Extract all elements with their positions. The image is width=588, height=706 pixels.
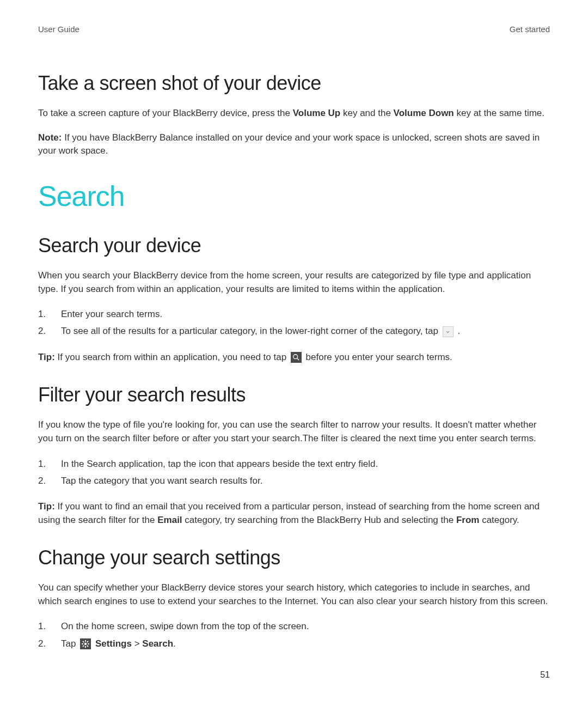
page-number: 51 <box>540 670 550 680</box>
filter-tip: Tip: If you want to find an email that y… <box>38 500 550 527</box>
section-change-settings: Change your search settings You can spec… <box>38 546 550 651</box>
section-search-device: Search your device When you search your … <box>38 234 550 364</box>
page-header: User Guide Get started <box>38 25 550 34</box>
search-device-step-1: Enter your search terms. <box>38 307 550 321</box>
svg-line-9 <box>83 646 84 647</box>
major-heading-search: Search <box>38 180 550 212</box>
svg-point-0 <box>293 355 298 359</box>
search-device-step-2: To see all of the results for a particul… <box>38 324 550 338</box>
screenshot-note: Note: If you have BlackBerry Balance ins… <box>38 131 550 158</box>
search-device-steps: Enter your search terms. To see all of t… <box>38 307 550 338</box>
svg-line-8 <box>87 646 88 647</box>
svg-line-10 <box>87 641 88 642</box>
header-left-label: User Guide <box>38 25 79 34</box>
header-right-label: Get started <box>510 25 550 34</box>
gear-icon <box>80 638 91 649</box>
change-settings-heading: Change your search settings <box>38 546 550 569</box>
filter-steps: In the Search application, tap the icon … <box>38 457 550 488</box>
expand-icon <box>443 326 454 337</box>
change-settings-step-1: On the home screen, swipe down from the … <box>38 619 550 634</box>
svg-line-7 <box>83 641 84 642</box>
search-device-tip: Tip: If you search from within an applic… <box>38 351 550 364</box>
filter-intro: If you know the type of file you're look… <box>38 418 550 445</box>
document-page: User Guide Get started Take a screen sho… <box>0 0 588 698</box>
screenshot-paragraph-1: To take a screen capture of your BlackBe… <box>38 107 550 120</box>
search-device-heading: Search your device <box>38 234 550 257</box>
filter-heading: Filter your search results <box>38 384 550 406</box>
svg-line-1 <box>297 358 299 361</box>
filter-step-2: Tap the category that you want search re… <box>38 473 550 488</box>
section-screenshot: Take a screen shot of your device To tak… <box>38 72 550 158</box>
filter-step-1: In the Search application, tap the icon … <box>38 457 550 471</box>
svg-point-2 <box>84 643 87 645</box>
section-filter: Filter your search results If you know t… <box>38 384 550 527</box>
change-settings-intro: You can specify whether your BlackBerry … <box>38 581 550 608</box>
screenshot-heading: Take a screen shot of your device <box>38 72 550 95</box>
change-settings-step-2: Tap Settings > Search. <box>38 636 550 651</box>
change-settings-steps: On the home screen, swipe down from the … <box>38 619 550 650</box>
search-icon <box>291 352 302 363</box>
search-device-intro: When you search your BlackBerry device f… <box>38 269 550 296</box>
